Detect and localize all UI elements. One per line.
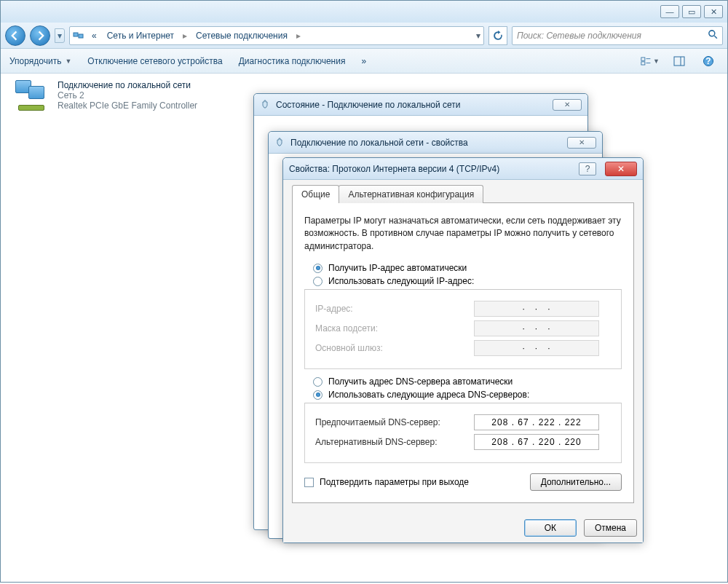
search-icon — [708, 29, 718, 42]
connection-name: Подключение по локальной сети — [58, 80, 197, 90]
svg-point-2 — [709, 31, 715, 36]
ip-address-label: IP-адрес: — [315, 304, 468, 314]
dns-alternate-input[interactable]: 208 . 67 . 220 . 220 — [474, 434, 599, 450]
ipv4-footer: ОК Отмена — [283, 512, 643, 542]
properties-dialog-titlebar[interactable]: Подключение по локальной сети - свойства… — [269, 132, 602, 154]
location-icon — [73, 30, 84, 42]
diagnose-button[interactable]: Диагностика подключения — [239, 56, 346, 66]
gateway-input: · · · — [474, 340, 599, 356]
ip-address-input: · · · — [474, 301, 599, 317]
view-options-button[interactable]: ▼ — [640, 53, 660, 69]
svg-rect-1 — [79, 34, 83, 38]
status-dialog-titlebar[interactable]: Состояние - Подключение по локальной сет… — [254, 94, 587, 116]
ipv4-close-button[interactable]: ✕ — [605, 162, 637, 176]
svg-line-3 — [714, 36, 717, 39]
nav-back-button[interactable] — [5, 25, 25, 46]
nav-history-dropdown[interactable]: ▾ — [55, 28, 65, 43]
subnet-mask-input: · · · — [474, 320, 599, 336]
ipv4-help-button[interactable]: ? — [579, 162, 596, 175]
tab-alternate-config[interactable]: Альтернативная конфигурация — [339, 185, 483, 203]
connection-network: Сеть 2 — [58, 90, 197, 100]
svg-rect-8 — [674, 57, 684, 66]
toolbar-overflow[interactable]: » — [361, 56, 366, 66]
search-placeholder: Поиск: Сетевые подключения — [517, 31, 641, 41]
network-connection-icon — [14, 80, 52, 111]
connection-adapter: Realtek PCIe GbE Family Controller — [58, 100, 197, 111]
organize-menu[interactable]: Упорядочить▼ — [9, 56, 71, 66]
radio-ip-manual[interactable] — [313, 277, 323, 286]
ipv4-dialog-titlebar[interactable]: Свойства: Протокол Интернета версии 4 (T… — [283, 158, 643, 180]
help-button[interactable]: ? — [698, 53, 719, 69]
dns-preferred-input[interactable]: 208 . 67 . 222 . 222 — [474, 414, 599, 430]
window-titlebar: — ▭ ✕ — [1, 1, 727, 23]
address-bar[interactable]: « Сеть и Интернет ▸ Сетевые подключения … — [69, 26, 484, 45]
properties-dialog-title: Подключение по локальной сети - свойства — [290, 138, 468, 148]
info-text: Параметры IP могут назначаться автоматич… — [304, 215, 622, 253]
radio-ip-auto-label: Получить IP-адрес автоматически — [328, 263, 467, 273]
dns-alternate-label: Альтернативный DNS-сервер: — [315, 437, 468, 447]
ipv4-dialog-title: Свойства: Протокол Интернета версии 4 (T… — [289, 164, 499, 174]
close-button[interactable]: ✕ — [704, 5, 723, 18]
ipv4-dialog-body: Общие Альтернативная конфигурация Параме… — [283, 180, 643, 512]
validate-on-exit-label: Подтвердить параметры при выходе — [320, 477, 469, 487]
ipv4-dialog: Свойства: Протокол Интернета версии 4 (T… — [282, 157, 644, 543]
radio-ip-auto[interactable] — [313, 264, 323, 273]
svg-text:?: ? — [705, 56, 711, 66]
connection-details: Подключение по локальной сети Сеть 2 Rea… — [58, 80, 197, 111]
address-bar-row: ▾ « Сеть и Интернет ▸ Сетевые подключени… — [1, 23, 727, 49]
tab-general-pane: Параметры IP могут назначаться автоматич… — [292, 202, 634, 503]
cancel-button[interactable]: Отмена — [584, 519, 637, 537]
breadcrumb-prefix[interactable]: « — [89, 29, 100, 42]
svg-rect-4 — [641, 57, 645, 60]
maximize-button[interactable]: ▭ — [682, 5, 701, 18]
connection-item[interactable]: Подключение по локальной сети Сеть 2 Rea… — [14, 80, 247, 111]
dns-fields-group: Предпочитаемый DNS-сервер: 208 . 67 . 22… — [304, 403, 622, 463]
dns-preferred-label: Предпочитаемый DNS-сервер: — [315, 417, 468, 427]
address-dropdown-icon[interactable]: ▾ — [476, 31, 480, 41]
status-dialog-close[interactable]: ✕ — [553, 99, 582, 111]
plug-icon — [274, 138, 285, 148]
subnet-mask-label: Маска подсети: — [315, 323, 468, 334]
ok-button[interactable]: ОК — [524, 519, 577, 537]
breadcrumb-item-1[interactable]: Сеть и Интернет — [104, 29, 177, 42]
ip-fields-group: IP-адрес: · · · Маска подсети: · · · Осн… — [304, 289, 622, 369]
svg-rect-5 — [641, 61, 645, 64]
radio-dns-manual-label: Использовать следующие адреса DNS-сервер… — [328, 390, 529, 400]
status-dialog-title: Состояние - Подключение по локальной сет… — [276, 100, 461, 110]
radio-dns-auto[interactable] — [313, 377, 323, 387]
command-bar: Упорядочить▼ Отключение сетевого устройс… — [1, 49, 727, 74]
advanced-button[interactable]: Дополнительно... — [530, 473, 622, 491]
chevron-right-icon: ▸ — [181, 31, 189, 41]
radio-dns-manual[interactable] — [313, 390, 323, 400]
tab-general[interactable]: Общие — [292, 185, 339, 203]
svg-rect-0 — [74, 33, 78, 36]
properties-dialog-close[interactable]: ✕ — [567, 137, 596, 149]
radio-ip-manual-label: Использовать следующий IP-адрес: — [328, 276, 474, 286]
radio-dns-auto-label: Получить адрес DNS-сервера автоматически — [328, 376, 513, 387]
nav-forward-button[interactable] — [30, 25, 50, 46]
refresh-button[interactable] — [488, 26, 507, 45]
breadcrumb-item-2[interactable]: Сетевые подключения — [193, 29, 290, 42]
validate-on-exit-checkbox[interactable] — [304, 478, 314, 487]
tab-strip: Общие Альтернативная конфигурация — [292, 185, 634, 203]
search-input[interactable]: Поиск: Сетевые подключения — [512, 26, 723, 45]
chevron-right-icon: ▸ — [295, 31, 302, 41]
preview-pane-button[interactable] — [669, 53, 689, 69]
gateway-label: Основной шлюз: — [315, 343, 468, 353]
plug-icon — [260, 100, 270, 110]
disable-device-button[interactable]: Отключение сетевого устройства — [87, 56, 222, 66]
minimize-button[interactable]: — — [660, 5, 679, 18]
